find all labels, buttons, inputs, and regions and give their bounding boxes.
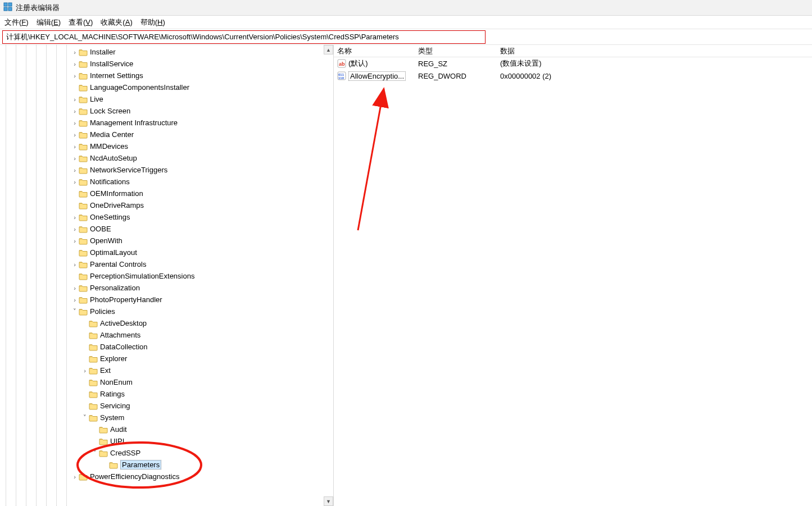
tree-item-label: InstallService — [90, 60, 133, 68]
svg-rect-2 — [4, 7, 7, 11]
chevron-right-icon[interactable]: › — [71, 155, 79, 162]
folder-icon — [89, 367, 98, 375]
tree-item[interactable]: ›ActiveDesktop — [0, 317, 333, 329]
chevron-right-icon[interactable]: › — [71, 143, 79, 150]
svg-rect-3 — [8, 7, 12, 11]
tree-item[interactable]: ›Explorer — [0, 353, 333, 364]
tree-item[interactable]: ˅Policies — [0, 306, 333, 317]
tree-item-label: OOBE — [90, 225, 111, 233]
tree-item[interactable]: ›Lock Screen — [0, 105, 333, 117]
value-row[interactable]: 011110AllowEncryptio...REG_DWORD0x000000… — [334, 70, 812, 82]
chevron-right-icon[interactable]: › — [71, 297, 79, 303]
tree-item[interactable]: ›UIPI — [0, 435, 333, 447]
tree-item[interactable]: ›Parental Controls — [0, 258, 333, 270]
tree-item-label: OptimalLayout — [90, 248, 137, 257]
tree-item[interactable]: ›OOBE — [0, 223, 333, 235]
menu-file[interactable]: 文件(F) — [4, 17, 29, 28]
tree-item[interactable]: ˅System — [0, 412, 333, 423]
tree-item[interactable]: ›Servicing — [0, 400, 333, 412]
chevron-right-icon[interactable]: › — [71, 61, 79, 67]
menu-edit[interactable]: 编辑(E) — [37, 17, 61, 28]
tree-item-label: Explorer — [100, 354, 127, 363]
tree-item[interactable]: ›NonEnum — [0, 376, 333, 388]
svg-rect-1 — [8, 3, 12, 6]
tree-item[interactable]: ›Installer — [0, 46, 333, 58]
chevron-right-icon[interactable]: › — [71, 120, 79, 126]
chevron-right-icon[interactable]: › — [71, 226, 79, 233]
tree-item[interactable]: ›Management Infrastructure — [0, 117, 333, 129]
tree-item[interactable]: ›OneDriveRamps — [0, 199, 333, 211]
tree-item[interactable]: ›OEMInformation — [0, 188, 333, 199]
tree-item[interactable]: ›Internet Settings — [0, 70, 333, 81]
folder-icon — [109, 461, 118, 469]
tree-item-label: OpenWith — [90, 236, 123, 245]
tree-item[interactable]: ›LanguageComponentsInstaller — [0, 81, 333, 93]
folder-icon — [79, 131, 88, 139]
tree-item[interactable]: ›Audit — [0, 423, 333, 435]
svg-text:ab: ab — [339, 61, 345, 67]
chevron-right-icon[interactable]: › — [81, 367, 89, 374]
tree-item[interactable]: ›OpenWith — [0, 235, 333, 247]
tree-item[interactable]: ›DataCollection — [0, 341, 333, 353]
tree-item-label: PowerEfficiencyDiagnostics — [90, 472, 179, 481]
tree-item[interactable]: ›OptimalLayout — [0, 247, 333, 258]
tree-item-label: Personalization — [90, 284, 140, 292]
tree-item[interactable]: ›Personalization — [0, 282, 333, 294]
tree-item[interactable]: ›NetworkServiceTriggers — [0, 164, 333, 176]
tree-item-label: Notifications — [90, 177, 130, 186]
folder-icon — [89, 355, 98, 363]
chevron-right-icon[interactable]: › — [71, 285, 79, 291]
tree-item[interactable]: ˅CredSSP — [0, 447, 333, 459]
folder-icon — [79, 154, 88, 162]
tree-item[interactable]: ›PhotoPropertyHandler — [0, 294, 333, 306]
tree-item-label: Parental Controls — [90, 260, 146, 268]
column-header-type[interactable]: 类型 — [415, 46, 497, 56]
tree-item-label: Internet Settings — [90, 71, 143, 80]
tree-item[interactable]: ›Live — [0, 93, 333, 105]
chevron-right-icon[interactable]: › — [71, 261, 79, 268]
address-input[interactable]: 计算机\HKEY_LOCAL_MACHINE\SOFTWARE\Microsof… — [2, 30, 486, 44]
chevron-right-icon[interactable]: › — [71, 72, 79, 79]
chevron-right-icon[interactable]: › — [71, 96, 79, 103]
scroll-down-icon[interactable]: ▼ — [324, 496, 333, 506]
chevron-right-icon[interactable]: › — [71, 167, 79, 174]
tree-item[interactable]: ›PerceptionSimulationExtensions — [0, 270, 333, 282]
chevron-right-icon[interactable]: › — [71, 214, 79, 221]
tree-item-label: NonEnum — [100, 378, 133, 386]
chevron-right-icon[interactable]: › — [71, 179, 79, 185]
folder-icon — [79, 190, 88, 198]
tree-item[interactable]: ›MMDevices — [0, 140, 333, 152]
chevron-right-icon[interactable]: › — [71, 108, 79, 115]
tree-item[interactable]: ›Attachments — [0, 329, 333, 341]
menu-view[interactable]: 查看(V) — [69, 17, 93, 28]
menu-help[interactable]: 帮助(H) — [140, 17, 165, 28]
tree-pane[interactable]: ▲ ▼ ›Installer›InstallService›Internet S… — [0, 45, 334, 506]
tree-item[interactable]: ›Ext — [0, 364, 333, 376]
tree-item[interactable]: ›Media Center — [0, 129, 333, 140]
scroll-up-icon[interactable]: ▲ — [324, 45, 333, 54]
value-row[interactable]: ab(默认)REG_SZ(数值未设置) — [334, 57, 812, 70]
tree-item[interactable]: ›OneSettings — [0, 211, 333, 223]
binary-value-icon: 011110 — [337, 71, 346, 80]
menu-favorites[interactable]: 收藏夹(A) — [101, 17, 132, 28]
tree-item-label: Ext — [100, 366, 111, 375]
chevron-down-icon[interactable]: ˅ — [71, 308, 79, 315]
value-type: REG_DWORD — [415, 72, 497, 80]
tree-item[interactable]: ›Parameters — [0, 459, 333, 471]
values-header[interactable]: 名称 类型 数据 — [334, 45, 812, 57]
tree-item-label: Servicing — [100, 402, 130, 410]
tree-item-label: Media Center — [90, 130, 134, 139]
tree-item[interactable]: ›PowerEfficiencyDiagnostics — [0, 471, 333, 482]
chevron-right-icon[interactable]: › — [71, 49, 79, 56]
column-header-name[interactable]: 名称 — [334, 46, 415, 56]
tree-item[interactable]: ›Ratings — [0, 388, 333, 400]
tree-item[interactable]: ›InstallService — [0, 58, 333, 70]
column-header-data[interactable]: 数据 — [497, 46, 812, 56]
chevron-right-icon[interactable]: › — [71, 473, 79, 480]
chevron-right-icon[interactable]: › — [71, 238, 79, 244]
tree-item[interactable]: ›Notifications — [0, 176, 333, 188]
chevron-down-icon[interactable]: ˅ — [91, 449, 99, 457]
chevron-right-icon[interactable]: › — [71, 131, 79, 138]
chevron-down-icon[interactable]: ˅ — [81, 414, 89, 421]
tree-item[interactable]: ›NcdAutoSetup — [0, 152, 333, 164]
